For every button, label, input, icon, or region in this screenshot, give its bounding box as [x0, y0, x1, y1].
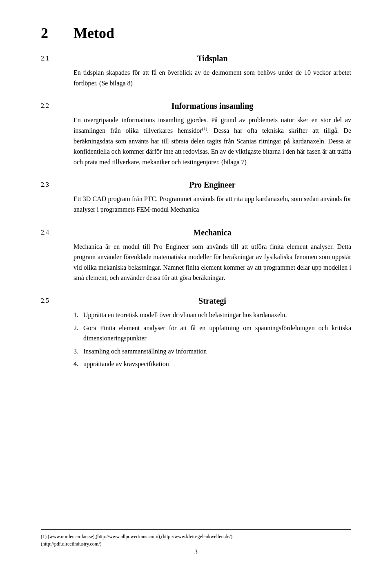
section-number-2-1: 2.1: [41, 54, 74, 62]
section-heading-2-5: Strategi: [74, 296, 351, 306]
chapter-header: 2 Metod: [41, 25, 351, 42]
footnote-line-1: (1).(www.nordencardan.se),(http://www.al…: [41, 533, 351, 540]
footnote-area: (1).(www.nordencardan.se),(http://www.al…: [41, 529, 351, 548]
footnote-ref-1: (1): [202, 126, 207, 131]
section-2-5: 2.5 Strategi 1. Upprätta en teoretisk mo…: [41, 296, 351, 372]
chapter-title: Metod: [74, 25, 114, 42]
section-heading-2-1: Tidsplan: [74, 54, 351, 63]
chapter-number: 2: [41, 25, 57, 42]
list-item-2-number: 2.: [74, 323, 83, 333]
footnote-line-2: (http://pdf.directindustry.com/): [41, 540, 351, 548]
list-item-2: 2. Göra Finita element analyser för att …: [74, 323, 351, 344]
list-item-2-text: Göra Finita element analyser för att få …: [83, 323, 351, 344]
section-2-1: 2.1 Tidsplan En tidsplan skapades för at…: [41, 54, 351, 92]
strategy-list: 1. Upprätta en teoretisk modell över dri…: [74, 310, 351, 369]
page-number: 3: [194, 548, 198, 556]
section-text-2-2-p1: En övergripande informations insamling g…: [74, 115, 351, 167]
section-content-2-3: Pro Engineer Ett 3D CAD program från PTC…: [74, 180, 351, 218]
section-heading-2-2: Informations insamling: [74, 101, 351, 111]
list-item-4-text: upprättande av kravspecifikation: [83, 359, 351, 369]
footnote-divider: [41, 529, 351, 530]
list-item-3-text: Insamling och sammanställning av informa…: [83, 346, 351, 357]
section-text-2-3-p1: Ett 3D CAD program från PTC. Programmet …: [74, 194, 351, 215]
page: 2 Metod 2.1 Tidsplan En tidsplan skapade…: [0, 0, 392, 568]
section-number-2-2: 2.2: [41, 101, 74, 110]
section-heading-2-4: Mechanica: [74, 228, 351, 237]
section-number-2-3: 2.3: [41, 180, 74, 188]
section-number-2-5: 2.5: [41, 296, 74, 304]
section-text-2-1-p1: En tidsplan skapades för att få en överb…: [74, 67, 351, 88]
list-item-4: 4. upprättande av kravspecifikation: [74, 359, 351, 369]
section-number-2-4: 2.4: [41, 228, 74, 236]
section-content-2-5: Strategi 1. Upprätta en teoretisk modell…: [74, 296, 351, 372]
list-item-1-text: Upprätta en teoretisk modell över drivli…: [83, 310, 351, 320]
list-item-1: 1. Upprätta en teoretisk modell över dri…: [74, 310, 351, 320]
section-2-2: 2.2 Informations insamling En övergripan…: [41, 101, 351, 170]
section-text-2-4-p1: Mechanica är en modul till Pro Engineer …: [74, 242, 351, 283]
section-content-2-1: Tidsplan En tidsplan skapades för att få…: [74, 54, 351, 92]
section-content-2-2: Informations insamling En övergripande i…: [74, 101, 351, 170]
list-item-3-number: 3.: [74, 346, 83, 357]
section-2-3: 2.3 Pro Engineer Ett 3D CAD program från…: [41, 180, 351, 218]
section-content-2-4: Mechanica Mechanica är en modul till Pro…: [74, 228, 351, 286]
list-item-4-number: 4.: [74, 359, 83, 369]
section-2-4: 2.4 Mechanica Mechanica är en modul till…: [41, 228, 351, 286]
list-item-1-number: 1.: [74, 310, 83, 320]
section-heading-2-3: Pro Engineer: [74, 180, 351, 190]
list-item-3: 3. Insamling och sammanställning av info…: [74, 346, 351, 357]
